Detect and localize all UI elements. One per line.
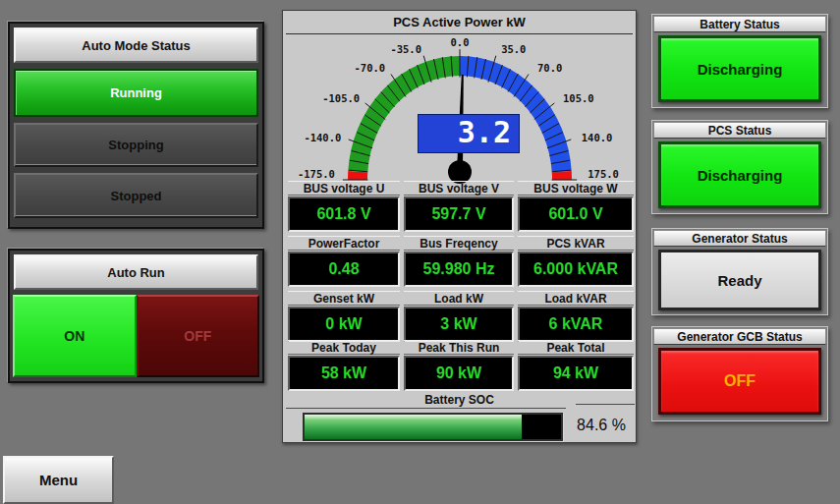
- pcs-status-indicator: Discharging: [658, 141, 821, 208]
- meter-label-row: Peak TodayPeak This RunPeak Total: [288, 340, 634, 355]
- auto-run-panel: Auto Run ON OFF: [8, 249, 264, 383]
- meter-label-row: Genset kWLoad kWLoad kVAR: [288, 291, 634, 306]
- gauge-tick-label: -140.0: [304, 132, 341, 143]
- soc-divider-left: [286, 408, 566, 409]
- battery-soc-bar: [303, 413, 563, 441]
- generator-status-header: Generator Status: [653, 230, 826, 247]
- auto-mode-status-header: Auto Mode Status: [14, 28, 258, 63]
- gauge-tick-label: -105.0: [322, 92, 360, 104]
- meter-value-row: 0 kW3 kW6 kVAR: [288, 307, 634, 342]
- gauge-tick-label: 70.0: [537, 62, 562, 74]
- meter-value-display: 597.7 V: [404, 196, 514, 232]
- gauge-value-readout: 3.2: [418, 114, 520, 153]
- gauge-tick-label: 140.0: [582, 132, 613, 143]
- generator-status-indicator: Ready: [658, 250, 821, 310]
- battery-soc-fill: [305, 415, 522, 439]
- meter-label: Peak Today: [288, 340, 400, 355]
- meter-label: Genset kW: [288, 291, 400, 306]
- gauge-tick-label: 35.0: [501, 43, 526, 55]
- generator-gcb-status-indicator: OFF: [658, 348, 821, 415]
- auto-run-header: Auto Run: [14, 254, 258, 290]
- gauge-tick-label: -70.0: [355, 62, 386, 74]
- gauge-tick-label: -35.0: [390, 43, 421, 55]
- meter-value-row: 601.8 V597.7 V601.0 V: [288, 196, 634, 232]
- meter-value-display: 6.000 kVAR: [518, 252, 634, 287]
- meter-value-display: 0 kW: [288, 307, 400, 342]
- gauge-tick-label: 105.0: [563, 92, 594, 104]
- auto-run-on-button[interactable]: ON: [13, 295, 137, 377]
- meter-label-row: PowerFactorBus FreqencyPCS kVAR: [288, 236, 634, 251]
- panel-title: PCS Active Power kW: [283, 15, 636, 29]
- meter-label: Peak Total: [518, 340, 634, 355]
- meter-value-display: 601.0 V: [518, 196, 634, 232]
- meter-value-display: 58 kW: [288, 356, 400, 391]
- meter-label: Bus Freqency: [404, 236, 514, 251]
- generator-status-card: Generator StatusReady: [651, 228, 828, 315]
- meter-value-display: 59.980 Hz: [404, 252, 514, 287]
- meter-value-display: 90 kW: [404, 356, 514, 391]
- generator-gcb-status-header: Generator GCB Status: [653, 328, 826, 345]
- gauge-tick-label: 175.0: [588, 168, 619, 180]
- meter-label: PCS kVAR: [518, 236, 634, 251]
- battery-status-indicator: Discharging: [658, 35, 821, 102]
- battery-soc-value: 84.6 %: [570, 417, 633, 434]
- meter-label: Peak This Run: [404, 340, 514, 355]
- meter-value-row: 0.4859.980 Hz6.000 kVAR: [288, 252, 634, 287]
- generator-gcb-status-card: Generator GCB StatusOFF: [651, 326, 828, 421]
- meter-label-row: BUS voltage UBUS voltage VBUS voltage W: [288, 181, 634, 196]
- meter-value-display: 3 kW: [404, 307, 514, 342]
- gauge-tick-label: -175.0: [298, 168, 335, 180]
- meter-label: BUS voltage V: [404, 181, 514, 196]
- meter-value-display: 6 kVAR: [518, 307, 634, 342]
- meter-value-row: 58 kW90 kW94 kW: [288, 356, 634, 391]
- meter-value-display: 601.8 V: [288, 196, 400, 232]
- auto-run-off-button[interactable]: OFF: [137, 295, 260, 377]
- auto-mode-stopped-button[interactable]: Stopped: [14, 173, 258, 218]
- battery-status-header: Battery Status: [653, 16, 826, 32]
- battery-status-card: Battery StatusDischarging: [651, 14, 828, 108]
- meter-value-display: 0.48: [288, 252, 400, 287]
- auto-mode-stopping-button[interactable]: Stopping: [14, 123, 258, 167]
- menu-button[interactable]: Menu: [3, 456, 114, 504]
- meter-label: Load kVAR: [518, 291, 634, 306]
- pcs-status-card: PCS StatusDischarging: [651, 120, 828, 214]
- meter-label: BUS voltage U: [288, 181, 400, 196]
- soc-divider-right: [576, 404, 635, 405]
- pcs-status-header: PCS Status: [653, 122, 826, 139]
- auto-mode-running-button[interactable]: Running: [14, 69, 258, 117]
- meter-label: PowerFactor: [288, 236, 400, 251]
- pcs-active-power-panel: PCS Active Power kW -175.0-140.0-105.0-7…: [282, 10, 637, 443]
- auto-mode-status-panel: Auto Mode Status Running Stopping Stoppe…: [8, 22, 264, 229]
- meter-value-display: 94 kW: [518, 356, 634, 391]
- meter-label: Load kW: [404, 291, 514, 306]
- gauge-tick-label: 0.0: [451, 36, 470, 48]
- hmi-screen: { "left": { "auto_mode": { "title": "Aut…: [0, 0, 840, 504]
- meter-label: BUS voltage W: [518, 181, 634, 196]
